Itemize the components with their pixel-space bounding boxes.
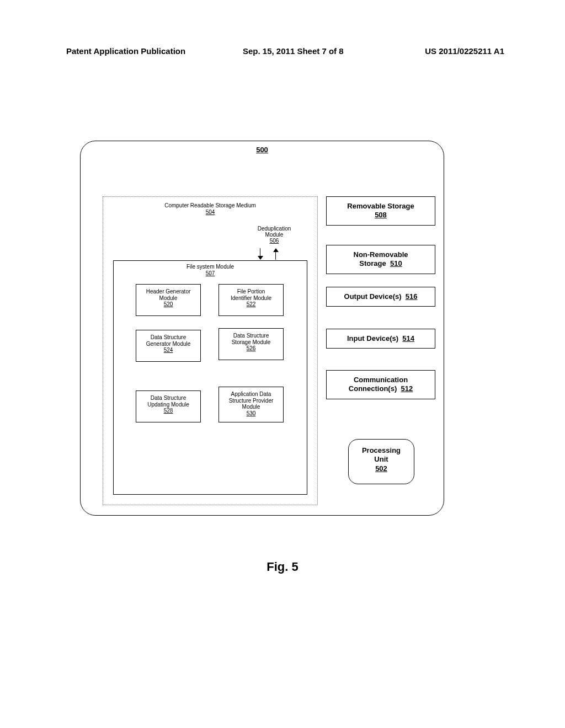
data-structure-storage-module: Data Structure Storage Module 526: [218, 328, 284, 360]
non-removable-storage-box: Non-Removable Storage 510: [326, 245, 435, 274]
file-system-module-box: File system Module 507 Header Generator …: [113, 260, 307, 495]
page-header: Patent Application Publication Sep. 15, …: [66, 46, 504, 56]
header-left: Patent Application Publication: [66, 46, 185, 56]
adsp-l2: Structure Provider: [229, 398, 274, 404]
communication-connections-box: Communication Connection(s) 512: [326, 370, 435, 399]
figure-caption: Fig. 5: [266, 560, 298, 574]
header-generator-module: Header Generator Module 520: [136, 284, 201, 316]
input-title: Input Device(s): [347, 334, 398, 342]
comm-l1: Communication: [354, 376, 408, 384]
proc-l1: Processing: [362, 446, 401, 454]
comm-ref: 512: [401, 384, 413, 393]
comm-l2: Connection(s): [349, 384, 397, 393]
hg-ref: 520: [164, 301, 173, 307]
data-structure-generator-module: Data Structure Generator Module 524: [136, 330, 201, 362]
nonremov-l1: Non-Removable: [354, 250, 408, 259]
fp-l2: Identifier Module: [231, 295, 271, 301]
dedup-line1: Deduplication: [258, 226, 291, 232]
storage-medium-ref: 504: [206, 209, 215, 215]
fp-l1: File Portion: [237, 288, 265, 295]
output-devices-box: Output Device(s) 516: [326, 287, 435, 307]
removable-title: Removable Storage: [347, 202, 414, 210]
hg-l1: Header Generator: [146, 288, 191, 295]
file-system-ref: 507: [206, 270, 215, 276]
header-mid: Sep. 15, 2011 Sheet 7 of 8: [243, 46, 344, 56]
file-system-title: File system Module: [186, 264, 234, 270]
input-devices-box: Input Device(s) 514: [326, 329, 435, 349]
file-system-label: File system Module 507: [186, 264, 234, 277]
storage-medium-title: Computer Readable Storage Medium: [164, 202, 256, 208]
proc-ref: 502: [375, 464, 387, 473]
adsp-ref: 530: [247, 410, 256, 416]
adsp-l3: Module: [242, 404, 260, 410]
removable-storage-box: Removable Storage 508: [326, 196, 435, 226]
dsg-l1: Data Structure: [151, 334, 186, 340]
dss-l2: Storage Module: [232, 339, 271, 345]
dsu-l2: Updating Module: [147, 402, 189, 408]
removable-ref: 508: [375, 211, 387, 219]
dedup-module-label: Deduplication Module 506: [252, 226, 296, 244]
dss-ref: 526: [247, 345, 256, 351]
input-ref: 514: [402, 334, 414, 342]
proc-l2: Unit: [374, 455, 388, 463]
hg-l2: Module: [159, 295, 178, 301]
fp-ref: 522: [247, 301, 256, 307]
dss-l1: Data Structure: [233, 333, 269, 339]
storage-medium-box: Computer Readable Storage Medium 504 Ded…: [103, 196, 318, 505]
page: Patent Application Publication Sep. 15, …: [0, 0, 565, 728]
system-ref-500: 500: [256, 146, 268, 154]
app-data-structure-provider-module: Application Data Structure Provider Modu…: [218, 387, 284, 422]
processing-unit-box: Processing Unit 502: [348, 439, 414, 484]
dsg-ref: 524: [164, 347, 173, 353]
header-right: US 2011/0225211 A1: [425, 46, 504, 56]
data-structure-updating-module: Data Structure Updating Module 528: [136, 390, 201, 422]
adsp-l1: Application Data: [231, 391, 271, 397]
file-portion-identifier-module: File Portion Identifier Module 522: [218, 284, 284, 316]
dsu-ref: 528: [164, 408, 173, 414]
system-frame-500: 500 Computer Readable Storage Medium 504…: [80, 141, 444, 516]
output-title: Output Device(s): [344, 292, 402, 301]
dsg-l2: Generator Module: [146, 341, 191, 347]
storage-medium-label: Computer Readable Storage Medium 504: [164, 202, 256, 216]
dedup-line2: Module: [265, 232, 284, 238]
nonremov-l2: Storage: [359, 259, 386, 267]
nonremov-ref: 510: [390, 259, 402, 267]
dsu-l1: Data Structure: [151, 395, 186, 401]
dedup-ref: 506: [270, 238, 279, 244]
output-ref: 516: [406, 292, 418, 301]
